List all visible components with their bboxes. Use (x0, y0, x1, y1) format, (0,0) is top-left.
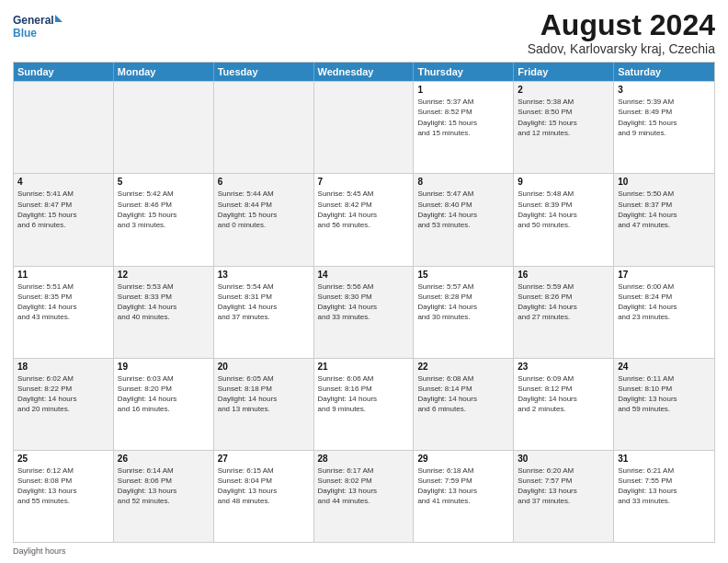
day-number: 22 (417, 362, 509, 372)
calendar-empty-cell (314, 82, 415, 173)
day-number: 30 (518, 454, 609, 464)
weekday-header-sunday: Sunday (14, 63, 114, 81)
day-info: Sunrise: 6:15 AM Sunset: 8:04 PM Dayligh… (218, 465, 310, 507)
calendar-empty-cell (14, 82, 114, 173)
day-number: 29 (417, 454, 509, 464)
weekday-header-saturday: Saturday (614, 63, 714, 81)
day-number: 5 (118, 177, 210, 187)
day-info: Sunrise: 5:59 AM Sunset: 8:26 PM Dayligh… (518, 282, 609, 323)
page-title: August 2024 (528, 9, 715, 41)
day-number: 3 (618, 85, 711, 95)
footer-note: Daylight hours (13, 546, 715, 556)
title-block: August 2024 Sadov, Karlovarsky kraj, Cze… (528, 9, 715, 56)
calendar-day-4: 4Sunrise: 5:41 AM Sunset: 8:47 PM Daylig… (14, 174, 114, 265)
weekday-header-thursday: Thursday (414, 63, 514, 81)
day-number: 12 (118, 270, 210, 280)
page-subtitle: Sadov, Karlovarsky kraj, Czechia (528, 41, 715, 56)
day-info: Sunrise: 6:12 AM Sunset: 8:08 PM Dayligh… (17, 465, 109, 507)
day-info: Sunrise: 6:14 AM Sunset: 8:06 PM Dayligh… (118, 465, 210, 507)
calendar-row-4: 18Sunrise: 6:02 AM Sunset: 8:22 PM Dayli… (14, 358, 714, 450)
calendar-day-16: 16Sunrise: 5:59 AM Sunset: 8:26 PM Dayli… (514, 267, 614, 358)
day-number: 6 (218, 177, 310, 187)
day-number: 18 (17, 362, 109, 372)
day-info: Sunrise: 6:03 AM Sunset: 8:20 PM Dayligh… (118, 373, 210, 415)
calendar-day-14: 14Sunrise: 5:56 AM Sunset: 8:30 PM Dayli… (314, 267, 415, 358)
calendar-day-30: 30Sunrise: 6:20 AM Sunset: 7:57 PM Dayli… (514, 451, 614, 542)
day-info: Sunrise: 5:54 AM Sunset: 8:31 PM Dayligh… (218, 282, 310, 323)
day-info: Sunrise: 6:00 AM Sunset: 8:24 PM Dayligh… (618, 282, 711, 323)
day-number: 25 (17, 454, 109, 464)
day-info: Sunrise: 6:18 AM Sunset: 7:59 PM Dayligh… (417, 465, 509, 507)
day-number: 24 (618, 362, 711, 372)
day-number: 26 (118, 454, 210, 464)
day-info: Sunrise: 5:41 AM Sunset: 8:47 PM Dayligh… (17, 189, 109, 230)
svg-text:Blue: Blue (13, 27, 37, 40)
day-info: Sunrise: 6:21 AM Sunset: 7:55 PM Dayligh… (618, 465, 711, 507)
calendar-day-11: 11Sunrise: 5:51 AM Sunset: 8:35 PM Dayli… (14, 267, 114, 358)
calendar-day-25: 25Sunrise: 6:12 AM Sunset: 8:08 PM Dayli… (14, 451, 114, 542)
day-number: 4 (17, 177, 109, 187)
page-header: General Blue August 2024 Sadov, Karlovar… (13, 9, 715, 56)
calendar-day-2: 2Sunrise: 5:38 AM Sunset: 8:50 PM Daylig… (514, 82, 614, 173)
calendar-day-6: 6Sunrise: 5:44 AM Sunset: 8:44 PM Daylig… (214, 174, 314, 265)
calendar-row-3: 11Sunrise: 5:51 AM Sunset: 8:35 PM Dayli… (14, 266, 714, 358)
day-info: Sunrise: 5:50 AM Sunset: 8:37 PM Dayligh… (618, 189, 711, 230)
day-info: Sunrise: 5:53 AM Sunset: 8:33 PM Dayligh… (118, 282, 210, 323)
day-number: 19 (118, 362, 210, 372)
calendar-day-21: 21Sunrise: 6:06 AM Sunset: 8:16 PM Dayli… (314, 359, 415, 450)
calendar-day-12: 12Sunrise: 5:53 AM Sunset: 8:33 PM Dayli… (114, 267, 214, 358)
weekday-header-friday: Friday (514, 63, 614, 81)
day-number: 28 (318, 454, 410, 464)
calendar-row-2: 4Sunrise: 5:41 AM Sunset: 8:47 PM Daylig… (14, 173, 714, 265)
weekday-header-wednesday: Wednesday (314, 63, 415, 81)
day-info: Sunrise: 5:56 AM Sunset: 8:30 PM Dayligh… (318, 282, 410, 323)
calendar-row-1: 1Sunrise: 5:37 AM Sunset: 8:52 PM Daylig… (14, 81, 714, 173)
calendar-day-27: 27Sunrise: 6:15 AM Sunset: 8:04 PM Dayli… (214, 451, 314, 542)
day-number: 1 (417, 85, 509, 95)
day-number: 16 (518, 270, 609, 280)
day-info: Sunrise: 5:37 AM Sunset: 8:52 PM Dayligh… (417, 97, 509, 138)
calendar-body: 1Sunrise: 5:37 AM Sunset: 8:52 PM Daylig… (14, 81, 714, 542)
calendar-day-23: 23Sunrise: 6:09 AM Sunset: 8:12 PM Dayli… (514, 359, 614, 450)
weekday-header-monday: Monday (114, 63, 214, 81)
day-number: 31 (618, 454, 711, 464)
calendar-day-1: 1Sunrise: 5:37 AM Sunset: 8:52 PM Daylig… (414, 82, 514, 173)
day-info: Sunrise: 5:48 AM Sunset: 8:39 PM Dayligh… (518, 189, 609, 230)
calendar-row-5: 25Sunrise: 6:12 AM Sunset: 8:08 PM Dayli… (14, 450, 714, 542)
calendar-day-28: 28Sunrise: 6:17 AM Sunset: 8:02 PM Dayli… (314, 451, 415, 542)
logo: General Blue (13, 9, 63, 44)
day-number: 27 (218, 454, 310, 464)
day-number: 14 (318, 270, 410, 280)
calendar-day-5: 5Sunrise: 5:42 AM Sunset: 8:46 PM Daylig… (114, 174, 214, 265)
calendar-day-29: 29Sunrise: 6:18 AM Sunset: 7:59 PM Dayli… (414, 451, 514, 542)
day-info: Sunrise: 6:08 AM Sunset: 8:14 PM Dayligh… (417, 373, 509, 415)
day-number: 20 (218, 362, 310, 372)
day-info: Sunrise: 5:42 AM Sunset: 8:46 PM Dayligh… (118, 189, 210, 230)
day-number: 11 (17, 270, 109, 280)
day-number: 9 (518, 177, 609, 187)
day-info: Sunrise: 5:38 AM Sunset: 8:50 PM Dayligh… (518, 97, 609, 138)
calendar-day-22: 22Sunrise: 6:08 AM Sunset: 8:14 PM Dayli… (414, 359, 514, 450)
day-info: Sunrise: 5:39 AM Sunset: 8:49 PM Dayligh… (618, 97, 711, 138)
day-info: Sunrise: 5:51 AM Sunset: 8:35 PM Dayligh… (17, 282, 109, 323)
calendar-day-7: 7Sunrise: 5:45 AM Sunset: 8:42 PM Daylig… (314, 174, 415, 265)
calendar-day-26: 26Sunrise: 6:14 AM Sunset: 8:06 PM Dayli… (114, 451, 214, 542)
day-number: 17 (618, 270, 711, 280)
day-info: Sunrise: 6:02 AM Sunset: 8:22 PM Dayligh… (17, 373, 109, 415)
calendar-day-24: 24Sunrise: 6:11 AM Sunset: 8:10 PM Dayli… (614, 359, 714, 450)
day-number: 15 (417, 270, 509, 280)
day-info: Sunrise: 5:44 AM Sunset: 8:44 PM Dayligh… (218, 189, 310, 230)
calendar-day-8: 8Sunrise: 5:47 AM Sunset: 8:40 PM Daylig… (414, 174, 514, 265)
day-info: Sunrise: 5:57 AM Sunset: 8:28 PM Dayligh… (417, 282, 509, 323)
calendar-day-31: 31Sunrise: 6:21 AM Sunset: 7:55 PM Dayli… (614, 451, 714, 542)
day-info: Sunrise: 6:11 AM Sunset: 8:10 PM Dayligh… (618, 373, 711, 415)
day-info: Sunrise: 6:20 AM Sunset: 7:57 PM Dayligh… (518, 465, 609, 507)
calendar-day-18: 18Sunrise: 6:02 AM Sunset: 8:22 PM Dayli… (14, 359, 114, 450)
svg-marker-2 (55, 15, 63, 22)
calendar-day-17: 17Sunrise: 6:00 AM Sunset: 8:24 PM Dayli… (614, 267, 714, 358)
day-info: Sunrise: 6:17 AM Sunset: 8:02 PM Dayligh… (318, 465, 410, 507)
day-number: 10 (618, 177, 711, 187)
calendar: SundayMondayTuesdayWednesdayThursdayFrid… (13, 62, 715, 543)
day-number: 7 (318, 177, 410, 187)
calendar-empty-cell (114, 82, 214, 173)
